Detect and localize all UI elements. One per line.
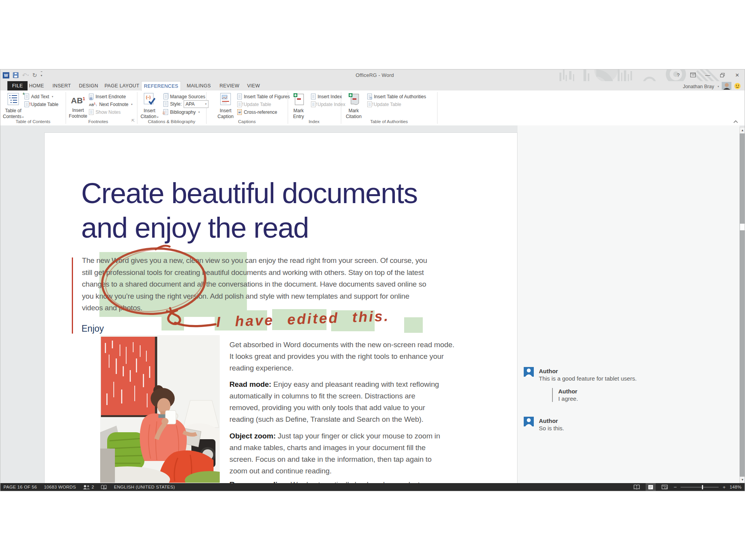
insert-table-of-authorities-icon: ◫: [367, 94, 372, 99]
doc-intro-line[interactable]: still get professional tools for creatin…: [82, 267, 424, 279]
doc-paragraph[interactable]: Get absorbed in Word documents with the …: [229, 339, 454, 374]
doc-intro-line[interactable]: you know you’re using the right version.…: [82, 290, 409, 303]
insert-caption-button[interactable]: InsertCaption: [212, 93, 240, 120]
restore-icon[interactable]: [718, 71, 727, 79]
insert-citation-icon: (–): [135, 93, 163, 107]
zoom-slider-thumb[interactable]: [702, 485, 703, 489]
word-count[interactable]: 10683 WORDS: [44, 485, 76, 489]
bibliography-button[interactable]: ☶ Bibliography▾: [163, 108, 200, 116]
redo-icon[interactable]: ↻: [32, 72, 37, 79]
doc-intro-line[interactable]: videos and photos.: [82, 302, 142, 314]
scrollbar-thumb[interactable]: [740, 224, 745, 230]
avatar[interactable]: [722, 82, 731, 91]
group-label-index: Index: [309, 119, 320, 124]
minimize-icon[interactable]: —: [703, 71, 712, 79]
save-icon[interactable]: [13, 72, 19, 79]
collapse-ribbon-icon[interactable]: [733, 118, 738, 125]
zoom-out-icon[interactable]: −: [674, 484, 677, 490]
zoom-in-icon[interactable]: +: [722, 484, 726, 490]
tab-home[interactable]: HOME: [27, 81, 47, 90]
document-photo[interactable]: [100, 335, 220, 483]
insert-index-button[interactable]: Insert Index: [311, 93, 342, 100]
insert-table-of-figures-button[interactable]: Insert Table of Figures: [237, 93, 290, 100]
comment-body[interactable]: Author This is a good feature for tablet…: [539, 368, 663, 382]
user-dropdown-icon[interactable]: ▾: [717, 85, 719, 88]
tab-references[interactable]: REFERENCES: [141, 81, 181, 91]
web-layout-view-icon[interactable]: [660, 483, 670, 491]
insert-index-icon: [311, 94, 316, 99]
coauthors-indicator[interactable]: 2: [83, 485, 94, 489]
insert-citation-button[interactable]: (–) InsertCitation▾: [135, 93, 163, 120]
comment-reply-line: [552, 388, 553, 402]
send-a-smile-icon[interactable]: [734, 83, 741, 90]
group-label-citations: Citations & Bibliography: [148, 119, 195, 124]
mark-entry-button[interactable]: MarkEntry: [285, 93, 313, 120]
comment-card[interactable]: [524, 367, 534, 378]
ribbon-display-options-icon[interactable]: [689, 71, 697, 79]
user-name[interactable]: Jonathan Bray: [683, 84, 714, 89]
page-indicator[interactable]: PAGE 16 OF 56: [3, 485, 37, 489]
add-text-button[interactable]: + Add Text▾: [24, 93, 53, 100]
comment-card[interactable]: [524, 417, 534, 428]
tab-mailings[interactable]: MAILINGS: [184, 81, 213, 90]
update-table-button[interactable]: ! Update Table: [24, 101, 59, 108]
scroll-down-icon[interactable]: ▼: [740, 477, 745, 483]
doc-intro-line[interactable]: The new Word gives you a new, clean view…: [82, 255, 427, 267]
help-icon[interactable]: ?: [674, 71, 682, 79]
authorities-update-table-icon: !: [367, 101, 372, 107]
tab-file[interactable]: FILE: [7, 81, 28, 90]
cross-reference-button[interactable]: ↩ Cross-reference: [237, 108, 277, 116]
manage-sources-button[interactable]: Manage Sources: [163, 93, 205, 100]
window-controls: ? — ✕: [674, 71, 742, 79]
captions-update-table-button: ! Update Table: [237, 101, 271, 108]
footnotes-dialog-launcher-icon[interactable]: ⇱: [131, 118, 135, 123]
doc-paragraph-read-mode[interactable]: Read mode: Enjoy easy and pleasant readi…: [229, 379, 439, 425]
section-heading[interactable]: Enjoy: [82, 323, 104, 334]
vertical-scrollbar[interactable]: ▲ ▼: [740, 127, 745, 483]
highlight-patch-arrow: [162, 307, 184, 330]
captions-update-table-icon: !: [237, 101, 242, 107]
zoom-percentage[interactable]: 148%: [729, 485, 742, 489]
manage-sources-icon: [163, 94, 168, 99]
status-bar: PAGE 16 OF 56 10683 WORDS 2 x ENGLISH (U…: [0, 483, 745, 491]
tab-insert[interactable]: INSERT: [50, 81, 73, 90]
comment-author: Author: [539, 368, 663, 375]
print-layout-view-icon[interactable]: [646, 483, 656, 491]
mark-citation-icon: [340, 93, 368, 107]
tab-view[interactable]: VIEW: [245, 81, 262, 90]
word-logo-icon: W: [3, 72, 9, 79]
insert-table-of-figures-icon: [237, 94, 242, 99]
comment-author-icon: [524, 417, 534, 426]
tab-review[interactable]: REVIEW: [217, 81, 241, 90]
close-icon[interactable]: ✕: [733, 71, 742, 79]
zoom-slider[interactable]: [681, 487, 719, 487]
tab-page-layout[interactable]: PAGE LAYOUT: [102, 81, 142, 90]
table-of-contents-button[interactable]: Table ofContents▾: [0, 93, 27, 120]
insert-caption-icon: [212, 93, 240, 107]
comment-body[interactable]: Author So is this.: [539, 417, 663, 432]
style-icon: [163, 101, 168, 107]
comment-text: So is this.: [539, 424, 663, 432]
mark-citation-button[interactable]: MarkCitation: [340, 93, 368, 120]
doc-paragraph-resume[interactable]: Resume reading: Word automatically bookm…: [229, 479, 420, 483]
show-notes-icon: [89, 109, 94, 115]
language-indicator[interactable]: ENGLISH (UNITED STATES): [114, 485, 175, 489]
insert-table-of-authorities-button[interactable]: ◫ Insert Table of Authorities: [367, 93, 426, 100]
user-account[interactable]: Jonathan Bray ▾: [683, 82, 741, 91]
proofing-status[interactable]: x: [101, 485, 107, 490]
group-label-toc: Table of Contents: [16, 119, 50, 124]
insert-footnote-button[interactable]: AB1 InsertFootnote: [64, 93, 92, 119]
doc-intro-line[interactable]: changes to a shared document and all the…: [82, 278, 426, 290]
doc-paragraph-object-zoom[interactable]: Object zoom: Just tap your finger or cli…: [229, 430, 440, 477]
insert-endnote-button[interactable]: [i] Insert Endnote: [89, 93, 126, 100]
update-index-icon: !: [311, 101, 316, 107]
customize-qat-icon[interactable]: ▾: [41, 71, 42, 79]
next-footnote-button[interactable]: AB1↓ Next Footnote▾: [89, 101, 132, 108]
doc-heading[interactable]: Create beautiful documentsand enjoy the …: [81, 176, 417, 245]
read-mode-view-icon[interactable]: [632, 483, 642, 491]
comment-reply[interactable]: Author I agree.: [558, 388, 659, 402]
tab-design[interactable]: DESIGN: [76, 81, 101, 90]
update-table-icon: !: [24, 101, 29, 107]
citation-style-select[interactable]: APA▾: [184, 100, 208, 108]
scroll-up-icon[interactable]: ▲: [740, 127, 745, 134]
